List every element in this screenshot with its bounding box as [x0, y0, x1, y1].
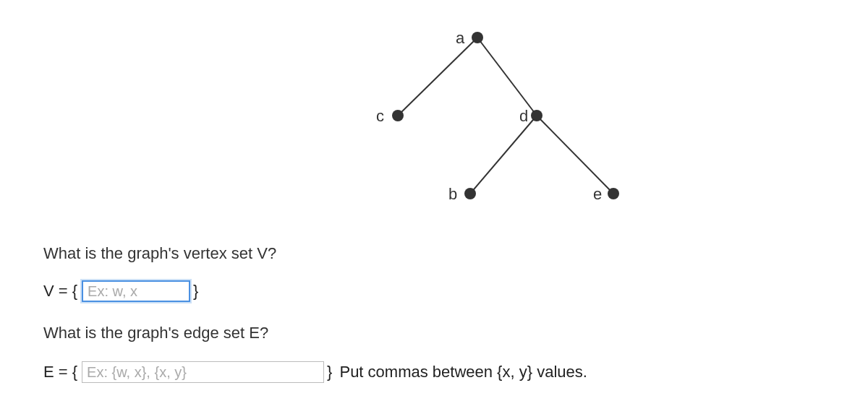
node-a [472, 32, 483, 43]
graph-svg: acdbe [340, 14, 644, 217]
node-d [531, 110, 542, 121]
vertex-input[interactable] [82, 280, 190, 302]
node-b [464, 188, 476, 199]
edge-a-c [398, 38, 477, 116]
node-label-c: c [376, 107, 384, 125]
edge-suffix: } [327, 363, 332, 381]
node-c [392, 110, 404, 121]
vertex-answer-row: V = { } [43, 280, 198, 302]
node-label-b: b [448, 185, 457, 203]
edge-d-b [470, 116, 537, 194]
edge-d-e [537, 116, 613, 194]
node-label-e: e [593, 185, 602, 203]
edge-hint: Put commas between {x, y} values. [339, 363, 587, 381]
edge-question: What is the graph's edge set E? [43, 324, 268, 342]
edge-prefix: E = { [43, 363, 77, 381]
node-label-d: d [519, 107, 528, 125]
node-e [608, 188, 619, 199]
edge-a-d [477, 38, 537, 116]
edge-input[interactable] [82, 361, 324, 383]
vertex-question: What is the graph's vertex set V? [43, 244, 276, 263]
edge-answer-row: E = { } Put commas between {x, y} values… [43, 361, 587, 383]
node-label-a: a [456, 29, 465, 47]
vertex-suffix: } [193, 282, 198, 301]
vertex-prefix: V = { [43, 282, 77, 301]
graph-diagram: acdbe [340, 14, 644, 217]
